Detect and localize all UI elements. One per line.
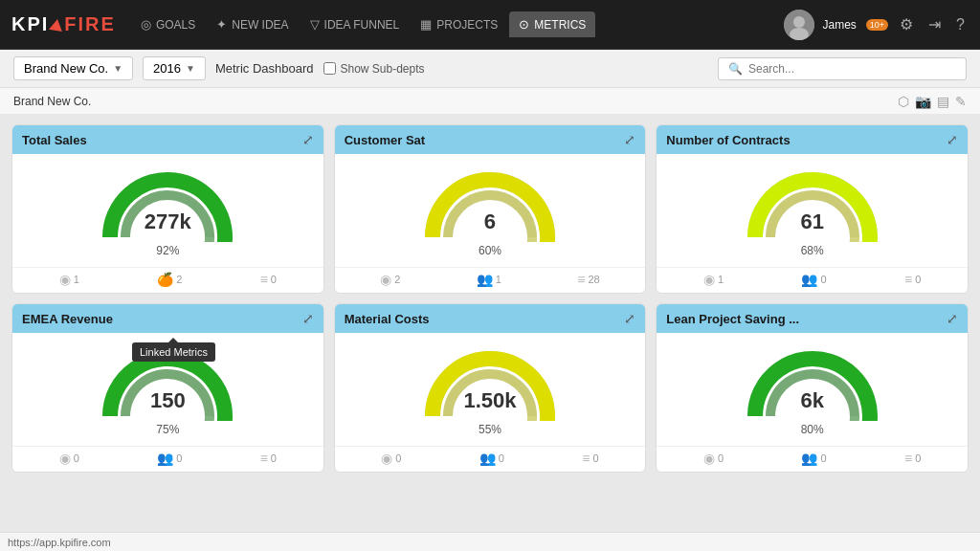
show-subdepts-toggle[interactable]: Show Sub-depts <box>323 62 425 76</box>
settings-icon[interactable]: ⚙ <box>896 11 917 37</box>
breadcrumb-actions: ⬡ 📷 ▤ ✎ <box>898 94 967 109</box>
footer-item-1-1[interactable]: 👥 1 <box>477 272 501 287</box>
card-header-1: Customer Sat ⤢ <box>335 125 646 154</box>
footer-icon-5-0: ◉ <box>703 451 715 466</box>
gauge-value-2: 61 <box>800 209 823 234</box>
gauge-value-0: 277k <box>145 209 191 234</box>
metric-card-1: Customer Sat ⤢ 6 60% ◉ 2 👥 1 <box>334 124 647 294</box>
share-icon[interactable]: ⬡ <box>898 94 909 109</box>
footer-item-5-1[interactable]: 👥 0 <box>801 451 826 466</box>
footer-icon-0-0: ◉ <box>59 272 71 287</box>
logout-icon[interactable]: ⇥ <box>924 11 945 37</box>
footer-item-2-2[interactable]: ≡ 0 <box>904 272 921 287</box>
card-header-3: EMEA Revenue ⤢ <box>12 304 323 333</box>
card-expand-icon-5[interactable]: ⤢ <box>947 311 958 326</box>
footer-item-0-2[interactable]: ≡ 0 <box>260 272 277 287</box>
card-title-2: Number of Contracts <box>666 133 790 147</box>
user-name: James <box>822 18 856 32</box>
footer-icon-2-0: ◉ <box>703 272 715 287</box>
card-title-3: EMEA Revenue <box>22 312 113 326</box>
footer-item-4-1[interactable]: 👥 0 <box>479 451 504 466</box>
footer-item-5-0[interactable]: ◉ 0 <box>703 451 724 466</box>
footer-item-0-1[interactable]: 🍊 2 <box>157 272 182 287</box>
year-label: 2016 <box>153 61 181 76</box>
logo: KPI FIRE <box>11 13 116 35</box>
show-subdepts-label: Show Sub-depts <box>341 62 425 76</box>
nav-new-idea[interactable]: ✦ NEW IDEA <box>207 11 298 37</box>
edit-icon[interactable]: ✎ <box>955 94 967 109</box>
year-dropdown-arrow: ▼ <box>186 63 195 74</box>
nav-projects[interactable]: ▦ PROJECTS <box>411 11 507 37</box>
gauge-percent-3: 75% <box>156 423 179 436</box>
footer-item-5-2[interactable]: ≡ 0 <box>904 451 921 466</box>
nav-goals[interactable]: ◎ GOALS <box>131 11 205 37</box>
gauge-percent-5: 80% <box>801 423 824 436</box>
nav-goals-label: GOALS <box>156 18 195 32</box>
gauge-percent-1: 60% <box>479 244 501 257</box>
footer-icon-3-0: ◉ <box>59 451 71 466</box>
breadcrumb: Brand New Co. <box>13 95 91 108</box>
card-expand-icon-1[interactable]: ⤢ <box>624 132 635 147</box>
gauge-value-5: 6k <box>800 388 823 413</box>
footer-count-1-0: 2 <box>394 274 400 285</box>
top-navigation: KPI FIRE ◎ GOALS ✦ NEW IDEA ▽ IDEA FUNNE… <box>0 0 980 50</box>
search-icon: 🔍 <box>728 62 743 76</box>
help-icon[interactable]: ? <box>952 12 969 37</box>
footer-item-3-1[interactable]: 👥 0 <box>157 451 182 466</box>
card-body-5: 6k 80% <box>657 333 968 446</box>
footer-item-3-0[interactable]: ◉ 0 <box>59 451 79 466</box>
gauge-value-4: 1.50k <box>463 388 516 413</box>
goals-icon: ◎ <box>141 17 151 32</box>
breadcrumb-bar: Brand New Co. ⬡ 📷 ▤ ✎ <box>0 88 980 115</box>
footer-count-1-1: 1 <box>496 274 501 285</box>
metric-card-2: Number of Contracts ⤢ 61 68% ◉ 1 👥 0 <box>656 124 969 294</box>
card-expand-icon-4[interactable]: ⤢ <box>624 311 635 326</box>
footer-item-0-0[interactable]: ◉ 1 <box>59 272 79 287</box>
nav-metrics-label: METRICS <box>534 18 586 32</box>
footer-icon-5-1: 👥 <box>801 451 817 466</box>
search-box[interactable]: 🔍 <box>718 57 967 80</box>
footer-item-2-1[interactable]: 👥 0 <box>801 272 826 287</box>
idea-icon: ✦ <box>216 17 227 32</box>
card-body-4: 1.50k 55% <box>335 333 646 446</box>
gauge-percent-2: 68% <box>801 244 824 257</box>
card-title-0: Total Sales <box>22 133 87 147</box>
footer-count-2-1: 0 <box>820 274 826 285</box>
dashboard-label: Metric Dashboard <box>215 61 314 76</box>
nav-projects-label: PROJECTS <box>436 18 498 32</box>
camera-icon[interactable]: 📷 <box>915 94 931 109</box>
gauge-value-3: 150 <box>150 388 186 413</box>
card-footer-0: ◉ 1 🍊 2 ≡ 0 <box>12 267 323 293</box>
gauge-2: 61 <box>741 165 884 242</box>
nav-idea-funnel-label: IDEA FUNNEL <box>324 18 400 32</box>
footer-item-4-0[interactable]: ◉ 0 <box>381 451 401 466</box>
company-label: Brand New Co. <box>24 61 108 76</box>
footer-icon-1-0: ◉ <box>380 272 391 287</box>
gauge-value-1: 6 <box>484 209 496 234</box>
footer-icon-4-0: ◉ <box>381 451 392 466</box>
footer-item-4-2[interactable]: ≡ 0 <box>582 451 598 466</box>
footer-count-0-1: 2 <box>176 274 182 285</box>
svg-point-1 <box>793 16 805 28</box>
footer-item-1-2[interactable]: ≡ 28 <box>577 272 599 287</box>
card-body-1: 6 60% <box>335 154 646 267</box>
footer-count-5-1: 0 <box>820 452 826 464</box>
metric-card-0: Total Sales ⤢ 277k 92% ◉ 1 🍊 2 <box>11 124 324 294</box>
footer-item-3-2[interactable]: ≡ 0 <box>260 451 277 466</box>
card-expand-icon-3[interactable]: ⤢ <box>302 311 314 326</box>
card-footer-1: ◉ 2 👥 1 ≡ 28 <box>335 267 646 293</box>
card-expand-icon-2[interactable]: ⤢ <box>947 132 958 147</box>
table-icon[interactable]: ▤ <box>937 94 949 109</box>
search-input[interactable] <box>748 62 940 76</box>
footer-item-1-0[interactable]: ◉ 2 <box>380 272 400 287</box>
show-subdepts-checkbox[interactable] <box>323 62 336 75</box>
card-title-5: Lean Project Saving ... <box>666 312 799 326</box>
footer-icon-2-1: 👥 <box>801 272 817 287</box>
year-dropdown[interactable]: 2016 ▼ <box>143 56 206 80</box>
footer-item-2-0[interactable]: ◉ 1 <box>703 272 724 287</box>
card-expand-icon-0[interactable]: ⤢ <box>302 132 314 147</box>
nav-idea-funnel[interactable]: ▽ IDEA FUNNEL <box>301 11 410 37</box>
nav-metrics[interactable]: ⊙ METRICS <box>509 11 595 37</box>
company-dropdown-arrow: ▼ <box>113 63 122 74</box>
company-dropdown[interactable]: Brand New Co. ▼ <box>13 56 133 80</box>
